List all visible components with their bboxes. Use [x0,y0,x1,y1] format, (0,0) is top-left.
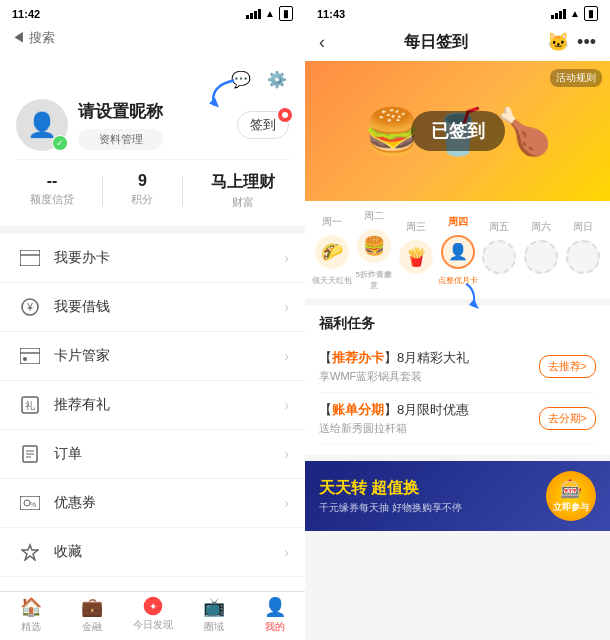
day-mon-icon: 🌮 [315,235,349,269]
status-bar-left: 11:42 ▲ ▮ [0,0,305,25]
menu-item-service[interactable]: 客服 › [0,577,305,591]
day-wed-label: 周三 [406,220,426,234]
benefit-btn-2[interactable]: 去分期> [539,407,596,430]
day-thu-label: 周四 [448,215,468,229]
day-mon-sub: 领天天红包 [312,275,352,286]
avatar-wrap: 👤 ✓ [16,99,68,151]
benefit-item-1: 【推荐办卡】8月精彩大礼 享WMF蓝彩锅具套装 去推荐> [319,341,596,393]
back-search[interactable]: ◀ 搜索 [12,29,293,47]
settings-icon-btn[interactable]: ⚙️ [265,67,289,91]
back-button-right[interactable]: ‹ [319,32,325,53]
menu-label-borrow: 我要借钱 [54,298,284,316]
nav-bar-left: ◀ 搜索 [0,25,305,53]
menu-icon-borrow: ¥ [16,296,44,318]
profile-name-area: 请设置昵称 资料管理 [78,100,163,150]
benefit-sub-1: 享WMF蓝彩锅具套装 [319,369,539,384]
more-icon[interactable]: ••• [577,32,596,53]
tab-jinrong-icon: 💼 [81,596,103,618]
phone-right: 11:43 ▲ ▮ ‹ 每日签到 🐱 ••• 🍔 🥤 🍗 已签到 活动规则 [305,0,610,640]
menu-item-coupon[interactable]: % 优惠券 › [0,479,305,528]
menu-arrow-order: › [284,446,289,462]
benefits-title: 福利任务 [319,315,596,333]
phone-left: 11:42 ▲ ▮ ◀ 搜索 💬 ⚙️ [0,0,305,640]
menu-arrow-recommend: › [284,397,289,413]
tab-mine-label: 我的 [265,620,285,634]
day-mon[interactable]: 周一 🌮 领天天红包 [311,215,353,286]
stat-wealth-value: 马上理财 [211,172,275,193]
svg-rect-5 [20,348,40,364]
profile-top: 👤 ✓ 请设置昵称 资料管理 签到 [16,99,289,151]
tab-jinrong-label: 金融 [82,620,102,634]
cat-icon: 🐱 [547,31,569,53]
stat-credit[interactable]: -- 额度信贷 [30,172,74,210]
tab-jingxuan-label: 精选 [21,620,41,634]
day-thu-arrow [446,279,486,314]
tab-quanyu-label: 圈域 [204,620,224,634]
verified-badge: ✓ [52,135,68,151]
benefit-title-1: 【推荐办卡】8月精彩大礼 [319,349,539,367]
menu-item-cardmgr[interactable]: 卡片管家 › [0,332,305,381]
menu-item-borrow[interactable]: ¥ 我要借钱 › [0,283,305,332]
tab-quanyu[interactable]: 📺 圈域 [183,596,244,634]
stat-points[interactable]: 9 积分 [131,172,153,210]
benefit-title-2: 【账单分期】8月限时优惠 [319,401,539,419]
stat-points-value: 9 [138,172,147,190]
day-fri: 周五 [478,220,520,280]
time-right: 11:43 [317,8,345,20]
menu-item-recommend[interactable]: 礼 推荐有礼 › [0,381,305,430]
day-tue-label: 周二 [364,209,384,223]
stat-wealth-label: 财富 [232,195,254,210]
tab-discover[interactable]: ✦ 今日发现 [122,596,183,634]
nav-right: 🐱 ••• [547,31,596,53]
promo-main-text: 天天转 超值换 [319,478,462,499]
day-sun: 周日 [562,220,604,280]
menu-icon-collect [16,541,44,563]
sign-in-label: 签到 [250,116,276,134]
benefit-sub-2: 送给新秀圆拉杆箱 [319,421,539,436]
day-mon-label: 周一 [322,215,342,229]
promo-coin[interactable]: 🎰 立即参与 [546,471,596,521]
tab-jingxuan[interactable]: 🏠 精选 [0,596,61,634]
stat-credit-label: 额度信贷 [30,192,74,207]
day-thu-icon: 👤 [441,235,475,269]
back-search-label[interactable]: ◀ 搜索 [12,29,55,47]
tab-discover-label: 今日发现 [133,618,173,632]
menu-label-order: 订单 [54,445,284,463]
promo-sub-text: 千元缘券每天抽 好物换购享不停 [319,501,462,515]
promo-banner[interactable]: 天天转 超值换 千元缘券每天抽 好物换购享不停 🎰 立即参与 [305,461,610,531]
signal-icon [246,9,261,19]
manage-profile-button[interactable]: 资料管理 [78,129,163,150]
menu-icon-order [16,443,44,465]
benefit-btn-1[interactable]: 去推荐> [539,355,596,378]
day-sun-icon [566,240,600,274]
tab-mine[interactable]: 👤 我的 [244,596,305,634]
stat-wealth[interactable]: 马上理财 财富 [211,172,275,210]
discover-icon: ✦ [143,596,163,616]
sign-in-area: 签到 [237,111,289,139]
menu-item-order[interactable]: 订单 › [0,430,305,479]
menu-icon-coupon: % [16,492,44,514]
svg-marker-25 [469,299,479,309]
menu-label-collect: 收藏 [54,543,284,561]
tab-jinrong[interactable]: 💼 金融 [61,596,122,634]
svg-text:礼: 礼 [25,400,35,411]
sign-badge [278,108,292,122]
tab-mine-icon: 👤 [264,596,286,618]
day-wed[interactable]: 周三 🍟 [395,220,437,280]
menu-arrow-card: › [284,250,289,266]
hero-banner: 🍔 🥤 🍗 已签到 活动规则 [305,61,610,201]
menu-item-card[interactable]: 我要办卡 › [0,234,305,283]
status-icons-right: ▲ ▮ [551,6,598,21]
benefit-tag-1: 推荐办卡 [332,350,384,365]
day-tue[interactable]: 周二 🍔 5折炸青嫩意 [353,209,395,291]
activity-rules[interactable]: 活动规则 [550,69,602,87]
menu-item-collect[interactable]: 收藏 › [0,528,305,577]
benefit-tag-2: 账单分期 [332,402,384,417]
svg-rect-1 [20,250,40,266]
day-fri-label: 周五 [489,220,509,234]
battery-icon-right: ▮ [584,6,598,21]
menu-label-cardmgr: 卡片管家 [54,347,284,365]
day-thu[interactable]: 周四 👤 点整优月卡 [437,215,479,286]
checked-badge: 已签到 [411,111,505,151]
menu-section: 我要办卡 › ¥ 我要借钱 › 卡片管家 › 礼 推荐有礼 › [0,234,305,591]
